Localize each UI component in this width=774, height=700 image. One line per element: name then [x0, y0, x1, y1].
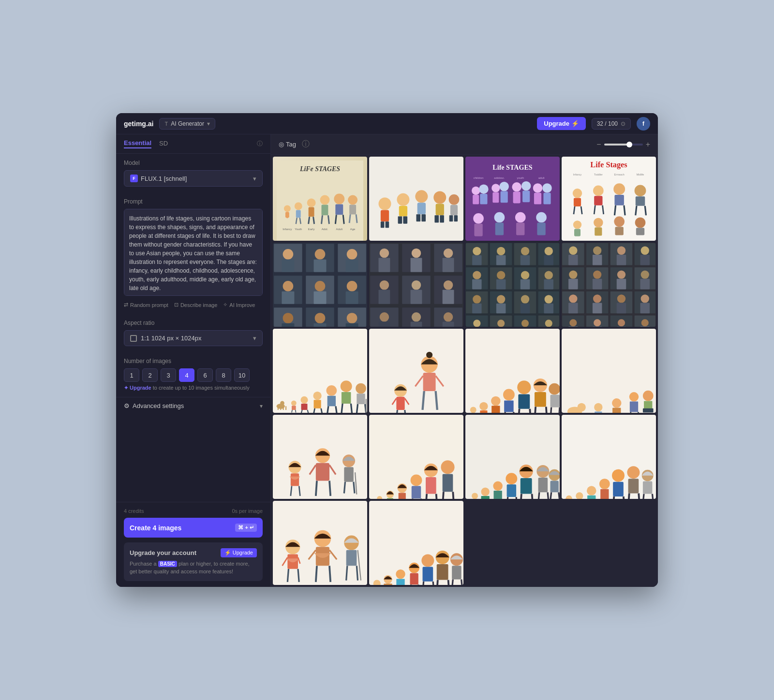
shuffle-icon: ⇄	[124, 302, 128, 308]
upgrade-small-button[interactable]: ⚡ Upgrade	[221, 548, 257, 557]
credits-row: 4 credits 0s per image	[124, 508, 263, 514]
describe-image-btn[interactable]: ⊡ Describe image	[174, 302, 217, 308]
upgrade-account-text: Purchase a BASIC plan or higher, to crea…	[130, 560, 257, 575]
image-icon: ⊡	[174, 302, 179, 308]
num-btn-3[interactable]: 3	[161, 368, 176, 382]
random-prompt-btn[interactable]: ⇄ Random prompt	[124, 302, 168, 308]
num-btn-2[interactable]: 2	[142, 368, 158, 382]
num-btn-1[interactable]: 1	[124, 368, 139, 382]
aspect-ratio-label: Aspect ratio	[124, 320, 263, 326]
info-icon[interactable]: ⓘ	[302, 139, 310, 149]
model-select[interactable]: F FLUX.1 [schnell] ▾	[124, 170, 263, 187]
gallery-item[interactable]	[562, 415, 656, 499]
app-logo: getimg.ai	[124, 120, 153, 128]
tab-essential[interactable]: Essential	[124, 139, 151, 148]
gallery-item[interactable]	[369, 157, 463, 241]
num-btn-8[interactable]: 8	[216, 368, 231, 382]
model-label: Model	[124, 160, 263, 166]
gallery-grid: LiFe STAGES	[271, 155, 658, 587]
basic-badge: BASIC	[158, 561, 177, 567]
tab-bar: Essential SD ⓘ	[116, 134, 270, 154]
main-content: Essential SD ⓘ Model F FLUX.1 [schnell] …	[116, 134, 658, 587]
gallery-item[interactable]	[273, 329, 367, 413]
gallery-item[interactable]	[369, 243, 463, 327]
zoom-slider-fill	[604, 144, 627, 146]
gallery-item[interactable]	[273, 243, 367, 327]
zoom-slider-thumb	[626, 142, 632, 147]
num-btn-10[interactable]: 10	[234, 368, 250, 382]
shortcut-badge: ⌘ + ↵	[235, 524, 257, 532]
credits-used: 4 credits	[124, 508, 144, 514]
upgrade-account-title: Upgrade your account	[130, 549, 196, 556]
prompt-section: Prompt Illustrations of life stages, usi…	[116, 192, 270, 314]
upgrade-hint-link[interactable]: ✦ Upgrade	[124, 385, 151, 391]
gallery-item[interactable]	[273, 501, 367, 585]
sliders-icon: ⚙	[124, 402, 130, 409]
gallery-item[interactable]	[465, 329, 560, 413]
gallery-item[interactable]: Life STAGES children adolesc. youth adul…	[465, 157, 560, 241]
num-images-section: Number of images 1 2 3 4 6 8 10 ✦ Upgrad…	[116, 352, 270, 397]
zoom-controls: − +	[596, 141, 650, 148]
tab-sd[interactable]: SD	[159, 140, 168, 148]
upgrade-button[interactable]: Upgrade ⚡	[537, 117, 585, 130]
tag-icon: ◎	[279, 141, 284, 148]
ai-improve-btn[interactable]: ✧ AI Improve	[223, 302, 255, 308]
gallery-item[interactable]	[273, 415, 367, 499]
num-btn-4[interactable]: 4	[179, 368, 194, 382]
time-per-image: 0s per image	[232, 508, 263, 514]
prompt-input[interactable]: Illustrations of life stages, using cart…	[124, 209, 263, 296]
num-images-row: 1 2 3 4 6 8 10	[124, 368, 263, 382]
aspect-ratio-select[interactable]: 1:1 1024 px × 1024px ▾	[124, 330, 263, 346]
chevron-down-icon: ▾	[260, 403, 263, 409]
create-images-button[interactable]: Create 4 images ⌘ + ↵	[124, 518, 263, 538]
aspect-icon	[130, 335, 137, 342]
upgrade-account-box: Upgrade your account ⚡ Upgrade Purchase …	[124, 542, 263, 581]
app-window: getimg.ai T AI Generator ▾ Upgrade ⚡ 32 …	[116, 113, 658, 587]
gallery-area: ◎ Tag ⓘ − +	[271, 134, 658, 587]
gallery-item[interactable]	[465, 243, 560, 327]
gallery-item[interactable]	[562, 243, 656, 327]
gallery-item[interactable]	[465, 415, 560, 499]
avatar: f	[637, 117, 650, 131]
gallery-item[interactable]	[369, 415, 463, 499]
advanced-settings-row[interactable]: ⚙ Advanced settings ▾	[116, 397, 270, 414]
tab-info-icon[interactable]: ⓘ	[257, 140, 263, 148]
gallery-item[interactable]	[562, 329, 656, 413]
model-section: Model F FLUX.1 [schnell] ▾	[116, 154, 270, 192]
prompt-actions: ⇄ Random prompt ⊡ Describe image ✧ AI Im…	[124, 302, 263, 308]
gallery-item[interactable]: Life Stages Infancy Toddler Ermasch Midl…	[562, 157, 656, 241]
gallery-item[interactable]: LiFe STAGES	[273, 157, 367, 241]
num-btn-6[interactable]: 6	[197, 368, 213, 382]
titlebar: getimg.ai T AI Generator ▾ Upgrade ⚡ 32 …	[116, 113, 658, 134]
sidebar: Essential SD ⓘ Model F FLUX.1 [schnell] …	[116, 134, 271, 587]
zoom-out-button[interactable]: −	[596, 141, 601, 148]
tag-button[interactable]: ◎ Tag	[279, 141, 296, 148]
gallery-item[interactable]	[369, 501, 463, 585]
zoom-slider[interactable]	[604, 144, 643, 146]
gallery-toolbar: ◎ Tag ⓘ − +	[271, 134, 658, 155]
generator-select[interactable]: T AI Generator ▾	[159, 118, 215, 130]
credits-display: 32 / 100 ⊙	[592, 118, 631, 130]
zoom-in-button[interactable]: +	[646, 141, 650, 148]
prompt-label: Prompt	[124, 198, 263, 205]
gallery-item[interactable]	[369, 329, 463, 413]
upgrade-hint: ✦ Upgrade to create up to 10 images simu…	[124, 385, 263, 391]
flux-icon: F	[130, 175, 138, 182]
num-images-label: Number of images	[124, 358, 263, 365]
ai-icon: ✧	[223, 302, 227, 308]
aspect-ratio-section: Aspect ratio 1:1 1024 px × 1024px ▾	[116, 314, 270, 352]
sidebar-bottom: 4 credits 0s per image Create 4 images ⌘…	[116, 502, 270, 587]
